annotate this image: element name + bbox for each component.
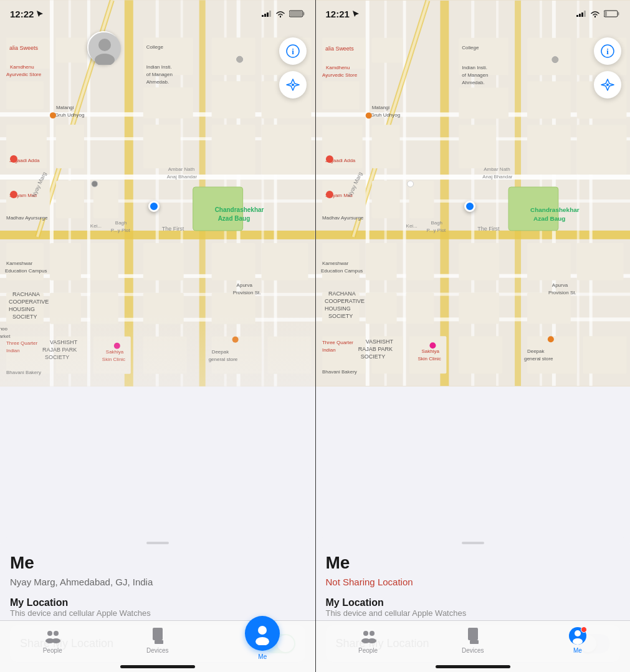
svg-text:Madhav Ayursurge: Madhav Ayursurge [322, 215, 363, 221]
svg-text:Indian Insti.: Indian Insti. [146, 64, 172, 70]
svg-rect-233 [576, 15, 578, 17]
tab-people-1[interactable]: People [0, 627, 105, 654]
battery-icon-1 [289, 10, 305, 17]
me-title-2: Me [326, 553, 621, 573]
svg-point-228 [407, 181, 413, 187]
svg-text:Indian: Indian [322, 347, 335, 353]
svg-rect-32 [56, 181, 84, 218]
svg-point-227 [325, 191, 333, 198]
location-button-1[interactable] [279, 71, 307, 98]
svg-text:Gruh Udhyog: Gruh Udhyog [55, 112, 85, 118]
svg-rect-157 [459, 88, 508, 119]
panel-2: alia Sweets Kamdhenu Ayurvedic Store Mat… [315, 0, 631, 672]
status-bar-1: 12:22 [0, 0, 315, 27]
svg-text:The First: The First [162, 226, 184, 232]
svg-rect-107 [262, 15, 264, 17]
svg-rect-172 [406, 293, 434, 324]
svg-text:of Managen: of Managen [146, 72, 173, 77]
status-time-1: 12:22 [10, 9, 44, 19]
svg-point-99 [92, 181, 98, 187]
svg-text:Matangi: Matangi [56, 105, 74, 110]
svg-text:Chandrashekhar: Chandrashekhar [530, 206, 579, 213]
svg-rect-238 [618, 12, 619, 16]
svg-rect-248 [470, 640, 479, 644]
svg-text:COOPERATIVE: COOPERATIVE [9, 299, 49, 305]
my-location-section-2: My Location This device and cellular App… [326, 597, 621, 618]
svg-text:Kamdhenu: Kamdhenu [10, 64, 34, 70]
svg-point-232 [365, 112, 371, 118]
svg-rect-180 [583, 336, 626, 373]
tab-devices-label-1: Devices [146, 647, 169, 654]
tab-me-icon-2 [569, 627, 586, 645]
svg-rect-169 [576, 243, 623, 281]
svg-text:College: College [462, 45, 479, 50]
svg-rect-137 [403, 1, 406, 386]
tab-devices-1[interactable]: Devices [105, 627, 211, 654]
svg-point-245 [370, 631, 375, 636]
tab-people-label-2: People [358, 647, 378, 654]
svg-text:Education Campus: Education Campus [5, 268, 47, 274]
tab-me-1[interactable]: Me [210, 627, 315, 660]
svg-rect-235 [581, 12, 583, 17]
svg-point-120 [47, 631, 52, 636]
info-button-1[interactable]: i [279, 37, 307, 65]
svg-text:Ayurvedic Store: Ayurvedic Store [6, 72, 42, 77]
svg-point-231 [551, 57, 558, 63]
map-controls-2: i [594, 37, 621, 98]
svg-point-250 [575, 630, 581, 636]
location-button-2[interactable] [594, 71, 621, 98]
tab-people-2[interactable]: People [316, 627, 421, 654]
svg-text:Kameshwar: Kameshwar [322, 261, 348, 266]
svg-text:Chandrashekhar: Chandrashekhar [215, 206, 264, 213]
svg-rect-162 [409, 181, 434, 218]
tab-me-2[interactable]: Me [525, 627, 630, 654]
svg-text:Kameshwar: Kameshwar [6, 261, 32, 266]
svg-text:Azad Baug: Azad Baug [218, 215, 251, 222]
svg-rect-56 [212, 37, 255, 75]
svg-rect-185 [527, 38, 570, 75]
svg-text:Kamdhenu: Kamdhenu [325, 65, 350, 70]
svg-text:Ahmedab.: Ahmedab. [146, 79, 169, 85]
signal-icon-2 [576, 11, 586, 17]
svg-text:Matangi: Matangi [371, 105, 389, 110]
tab-me-bubble-1 [245, 616, 280, 651]
svg-text:Skin Clinic: Skin Clinic [418, 356, 441, 362]
svg-rect-55 [262, 125, 312, 175]
tab-bar-1: People Devices Me [0, 620, 315, 672]
svg-rect-31 [6, 181, 50, 218]
svg-text:P...y Plot: P...y Plot [111, 228, 131, 233]
svg-text:Provision St.: Provision St. [548, 290, 576, 295]
tab-devices-2[interactable]: Devices [421, 627, 525, 654]
tab-people-icon-1 [44, 627, 61, 645]
svg-text:alia Sweets: alia Sweets [325, 46, 353, 52]
map-area-1: alia Sweets Kamdhenu Ayurvedic Store Mat… [0, 0, 315, 386]
status-icons-2 [576, 10, 620, 17]
svg-rect-131 [440, 1, 449, 386]
svg-point-123 [52, 638, 60, 643]
info-button-2[interactable]: i [594, 37, 621, 65]
svg-rect-155 [322, 82, 359, 110]
svg-text:Kei...: Kei... [90, 223, 102, 229]
svg-rect-165 [365, 243, 396, 281]
svg-text:general store: general store [524, 356, 553, 362]
svg-text:Azad Baug: Azad Baug [533, 215, 565, 222]
svg-text:Ambar Nath: Ambar Nath [168, 166, 195, 172]
svg-text:VASHISHT: VASHISHT [365, 338, 393, 345]
svg-text:College: College [146, 44, 164, 50]
svg-point-118 [98, 39, 111, 51]
tab-devices-icon-2 [464, 627, 482, 645]
svg-rect-174 [527, 293, 570, 324]
signal-icon-1 [262, 11, 272, 17]
svg-text:i: i [292, 47, 294, 56]
svg-text:Anaj Bhandar: Anaj Bhandar [167, 174, 198, 180]
svg-text:Bhavani Bakery: Bhavani Bakery [322, 369, 356, 375]
svg-text:Indian Insti.: Indian Insti. [462, 65, 487, 70]
svg-rect-106 [0, 312, 315, 386]
svg-text:RACHANA: RACHANA [12, 291, 40, 297]
svg-point-102 [237, 56, 243, 62]
svg-rect-33 [93, 181, 118, 218]
svg-point-243 [363, 631, 368, 636]
svg-rect-36 [50, 243, 81, 281]
svg-text:Provision St.: Provision St. [233, 290, 261, 295]
svg-text:Apurva: Apurva [237, 282, 253, 288]
